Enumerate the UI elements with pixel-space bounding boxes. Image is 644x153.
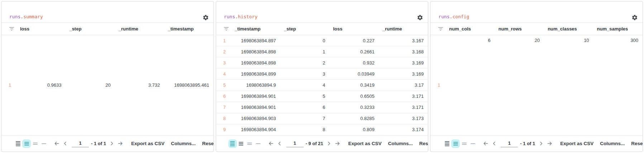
first-page-button[interactable] [52,139,61,148]
row-height-medium-button[interactable] [451,139,460,148]
row-height-tall-button[interactable] [460,139,468,148]
table-cell: 6 [445,35,495,46]
columns-button[interactable]: Columns... [600,141,625,146]
table-cell: 2 [280,60,329,66]
column-header-loss[interactable]: loss [16,26,66,32]
reset-table-button[interactable]: Reset table [419,141,429,146]
table-row: 91698063894.90480.8093.174 [216,124,428,135]
panel-title-prefix: runs [438,14,449,19]
next-page-button[interactable] [536,139,545,148]
previous-page-button[interactable] [61,139,70,148]
chevron-left-icon [492,141,497,146]
column-header-row: loss_step_runtime_timestamp [1,23,214,35]
table-cell: 1698063894.898 [231,49,280,54]
export-csv-button[interactable]: Export as CSV [131,141,164,146]
export-csv-button[interactable]: Export as CSV [560,141,593,146]
page-range-label: - 1 of 1 [91,141,106,146]
row-index: 9 [216,127,231,132]
table-cell: 1698063894.9 [231,82,280,88]
column-header-row: _timestamp_steploss_runtime [216,23,428,35]
last-page-button[interactable] [333,139,342,148]
next-page-button[interactable] [325,139,333,148]
table-cell: 300 [593,35,643,46]
table-cell: 3.171 [379,94,428,99]
reset-table-button[interactable]: Reset table [202,141,214,146]
table-cell: 3.173 [379,116,428,121]
row-height-tall-button[interactable] [245,139,254,148]
table-cell: 1698063895.461 [164,82,213,88]
table-cell: 3.17 [379,82,428,88]
first-page-button[interactable] [267,139,276,148]
row-index: 6 [216,94,231,99]
row-height-medium-icon [24,142,29,145]
export-csv-button[interactable]: Export as CSV [348,141,382,146]
row-height-options [14,139,48,148]
table-row: 11698063894.89700.2273.167 [216,35,428,46]
filter-button[interactable] [223,26,229,32]
last-page-button[interactable] [116,139,125,148]
columns-button[interactable]: Columns... [388,141,413,146]
row-height-compact-button[interactable] [443,139,451,148]
row-height-extra-tall-button[interactable] [254,139,263,148]
column-header-num_classes[interactable]: num_classes [544,26,593,32]
row-height-compact-button[interactable] [14,139,22,148]
panel-settings-button[interactable] [417,14,423,21]
panel-settings-button[interactable] [631,14,638,21]
row-height-tall-button[interactable] [31,139,39,148]
column-header-num_rows[interactable]: num_rows [495,26,544,32]
gear-icon [202,14,209,21]
table-cell: 0.6505 [330,94,379,99]
column-header-_timestamp[interactable]: _timestamp [164,26,213,32]
panel-title: runs.history [224,14,258,19]
first-page-button[interactable] [481,139,490,148]
table-cell: 3.167 [379,38,428,43]
panel-settings-button[interactable] [202,14,209,21]
gear-icon [417,14,423,21]
row-height-medium-button[interactable] [237,139,245,148]
column-header-loss[interactable]: loss [330,26,379,32]
table-cell: 0 [280,38,329,43]
table-cell: 0.03949 [330,71,379,77]
panel-footer: - 9 of 21 Export as CSV Columns... Reset… [216,135,428,152]
filter-button[interactable] [438,26,444,32]
table-panel: runs.summary loss_step_runtime_timestamp… [1,1,214,152]
columns-button[interactable]: Columns... [171,141,196,146]
column-header-num_samples[interactable]: num_samples [593,26,643,32]
column-header-_runtime[interactable]: _runtime [115,26,164,32]
panel-title-prefix: runs [224,14,235,19]
row-height-medium-button[interactable] [22,139,31,148]
table-cell: 3.169 [379,71,428,77]
row-height-extra-tall-button[interactable] [468,139,477,148]
chevron-right-icon [109,141,114,146]
row-index: 7 [216,105,231,110]
table-body: 11698063894.89700.2273.16721698063894.89… [216,35,428,135]
arrow-left-icon [483,141,488,146]
column-header-_runtime[interactable]: _runtime [379,26,428,32]
dashboard: runs.summary loss_step_runtime_timestamp… [0,0,644,153]
table-cell: 3.169 [379,60,428,66]
filter-button[interactable] [9,26,15,32]
row-height-extra-tall-icon [256,143,261,144]
page-number-input[interactable] [286,140,304,147]
column-header-_timestamp[interactable]: _timestamp [231,26,280,32]
row-height-compact-button[interactable] [228,139,237,148]
column-header-num_cols[interactable]: num_cols [445,26,495,32]
panel-title-separator: . [235,14,238,19]
next-page-button[interactable] [108,139,116,148]
arrow-left-icon [54,141,59,146]
previous-page-button[interactable] [490,139,498,148]
reset-table-button[interactable]: Reset table [631,141,643,146]
page-number-input[interactable] [72,140,89,147]
previous-page-button[interactable] [276,139,284,148]
row-index: 8 [216,116,231,121]
chevron-right-icon [326,141,331,146]
table-row: 21698063894.89810.26613.168 [216,46,428,57]
last-page-button[interactable] [545,139,554,148]
column-header-_step[interactable]: _step [280,26,329,32]
row-index: 1 [1,82,16,88]
row-height-medium-icon [239,142,243,145]
page-number-input[interactable] [501,140,518,147]
column-header-_step[interactable]: _step [66,26,115,32]
table-row: 71698063894.90160.32333.171 [216,102,428,113]
row-height-extra-tall-button[interactable] [39,139,48,148]
